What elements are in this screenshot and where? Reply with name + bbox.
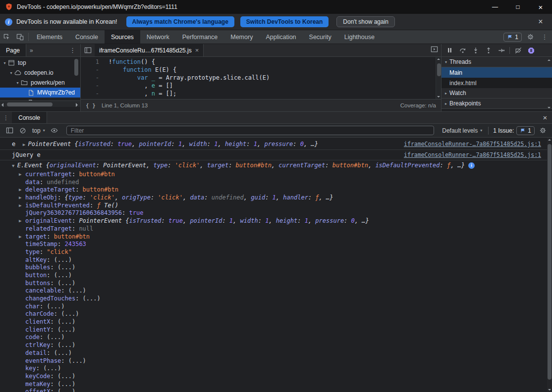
tree-item-top[interactable]: ▾top [0, 58, 80, 68]
section-watch[interactable]: ▸Watch [442, 88, 552, 98]
console-property-row[interactable]: altKey: (...) [0, 256, 547, 264]
scroll-left-icon[interactable] [1, 103, 3, 107]
tree-item-powerku-pen[interactable]: ▾powerku/pen [0, 78, 80, 88]
twisty-icon[interactable]: ▶ [19, 194, 25, 202]
scroll-right-icon[interactable] [76, 103, 78, 107]
tab-memory[interactable]: Memory [224, 30, 259, 44]
scroll-up-icon[interactable] [548, 59, 551, 61]
console-property-row[interactable]: ▶delegateTarget: button#btn [0, 186, 547, 194]
thread-item-main[interactable]: Main [442, 67, 552, 78]
vscroll-thumb[interactable] [548, 144, 552, 380]
console-property-row[interactable]: bubbles: (...) [0, 264, 547, 272]
infobar-close-icon[interactable]: × [534, 17, 547, 26]
tab-console[interactable]: Console [69, 30, 105, 44]
clear-console-icon[interactable] [17, 126, 28, 136]
tab-network[interactable]: Network [140, 30, 176, 44]
console-property-row[interactable]: clientX: (...) [0, 318, 547, 326]
console-property-row[interactable]: charCode: (...) [0, 310, 547, 318]
tab-elements[interactable]: Elements [30, 30, 69, 44]
console-issues-button[interactable]: 1 [516, 126, 535, 135]
tab-sources[interactable]: Sources [105, 30, 140, 44]
console-property-row[interactable]: changedTouches: (...) [0, 295, 547, 303]
console-property-row[interactable]: ▶currentTarget: button#btn [0, 171, 547, 179]
pretty-print-icon[interactable]: { } [86, 102, 96, 109]
step-icon[interactable] [495, 45, 507, 56]
twisty-icon[interactable]: ▶ [19, 233, 25, 241]
console-property-row[interactable]: ▶isDefaultPrevented: ƒ Te() [0, 202, 547, 210]
navigator-hscrollbar[interactable] [0, 100, 80, 107]
console-property-row[interactable]: ▶originalEvent: PointerEvent {isTrusted:… [0, 217, 547, 225]
live-expression-eye-icon[interactable] [49, 126, 60, 136]
close-window-button[interactable]: × [529, 0, 552, 14]
console-property-row[interactable]: ▶handleObj: {type: 'click', origType: 'c… [0, 194, 547, 202]
console-property-row[interactable]: timeStamp: 243563 [0, 241, 547, 248]
console-property-row[interactable]: code: (...) [0, 334, 547, 342]
tab-page[interactable]: Page [0, 44, 26, 56]
thread-item-index-html[interactable]: index.html [442, 78, 552, 88]
step-over-icon[interactable] [456, 45, 469, 56]
issues-counter-button[interactable]: 1 [503, 33, 522, 42]
console-sidebar-icon[interactable] [4, 126, 15, 136]
drawer-close-icon[interactable]: × [538, 112, 552, 123]
scroll-up-icon[interactable] [437, 58, 440, 60]
pause-on-exceptions-icon[interactable] [525, 45, 537, 56]
scroll-down-icon[interactable] [437, 96, 440, 98]
editor-file-tab[interactable]: iframeConsoleRu…67f51485d25.js × [95, 44, 204, 56]
tab-security[interactable]: Security [303, 30, 338, 44]
toggle-panel-icon[interactable] [431, 46, 438, 55]
twisty-icon[interactable]: ▶ [19, 186, 25, 194]
console-property-row[interactable]: eventPhase: (...) [0, 357, 547, 365]
step-out-icon[interactable] [482, 45, 495, 56]
pause-icon[interactable] [443, 45, 456, 56]
section-breakpoints[interactable]: ▸Breakpoints [442, 98, 552, 109]
console-property-row[interactable]: detail: (...) [0, 349, 547, 357]
console-property-row[interactable]: metaKey: (...) [0, 381, 547, 389]
console-property-row[interactable]: jQuery363027677160636843956: true [0, 209, 547, 217]
navigator-vscrollbar[interactable] [74, 59, 78, 76]
tree-item-mwqmrzb-ed[interactable]: MWqmrZb?ed [0, 88, 80, 98]
console-property-row[interactable]: key: (...) [0, 365, 547, 373]
console-property-row[interactable]: relatedTarget: null [0, 225, 547, 233]
device-toolbar-icon[interactable] [13, 30, 27, 44]
scroll-up-icon[interactable] [548, 139, 551, 141]
console-message[interactable]: e ▶ PointerEvent {isTrusted: true, point… [0, 139, 547, 150]
code-area[interactable]: !function() { function E(E) { var _ = Ar… [104, 57, 436, 99]
drawer-menu-icon[interactable]: ⋮ [0, 112, 12, 123]
section-threads[interactable]: ▾Threads [442, 57, 552, 67]
debugger-vscrollbar[interactable] [547, 58, 552, 110]
console-settings-gear-icon[interactable] [537, 126, 548, 136]
scroll-down-icon[interactable] [548, 389, 551, 391]
tree-item-codepen-io[interactable]: ▾codepen.io [0, 68, 80, 78]
console-property-row[interactable]: data: undefined [0, 179, 547, 187]
console-property-row[interactable]: keyCode: (...) [0, 373, 547, 381]
log-levels-selector[interactable]: Default levels ▾ [441, 127, 484, 134]
console-property-row[interactable]: ▶target: button#btn [0, 233, 547, 241]
switch-korean-button[interactable]: Switch DevTools to Korean [240, 16, 329, 27]
vscroll-thumb[interactable] [437, 63, 441, 76]
console-property-row[interactable]: button: (...) [0, 272, 547, 280]
console-vscrollbar[interactable] [547, 138, 552, 392]
console-property-row[interactable]: type: "click" [0, 248, 547, 256]
inspect-element-icon[interactable] [0, 30, 13, 44]
navigator-toggle-icon[interactable] [81, 44, 95, 56]
twisty-icon[interactable]: ▶ [19, 202, 25, 210]
console-property-row[interactable]: offsetX: (...) [0, 388, 547, 392]
console-message[interactable]: ▼ E.Event {originalEvent: PointerEvent, … [0, 160, 547, 171]
info-icon[interactable]: i [468, 162, 475, 169]
console-property-row[interactable]: buttons: (...) [0, 280, 547, 288]
main-menu-icon[interactable]: ⋮ [539, 33, 550, 41]
console-property-row[interactable]: clientY: (...) [0, 326, 547, 334]
editor-vscrollbar[interactable] [436, 57, 441, 99]
tab-application[interactable]: Application [259, 30, 302, 44]
more-tabs-icon[interactable]: » [26, 44, 37, 56]
scroll-down-icon[interactable] [548, 107, 551, 108]
console-property-row[interactable]: ctrlKey: (...) [0, 342, 547, 349]
close-tab-icon[interactable]: × [195, 47, 199, 54]
console-property-row[interactable]: cancelable: (...) [0, 287, 547, 295]
minimize-button[interactable]: — [484, 0, 506, 14]
dont-show-again-button[interactable]: Don't show again [336, 16, 395, 27]
source-link[interactable]: iframeConsoleRunner-…7a867f51485d25.js:1 [404, 151, 547, 159]
console-message[interactable]: jQuery eiframeConsoleRunner-…7a867f51485… [0, 150, 547, 160]
match-language-button[interactable]: Always match Chrome's language [126, 16, 234, 27]
settings-gear-icon[interactable] [524, 33, 537, 41]
